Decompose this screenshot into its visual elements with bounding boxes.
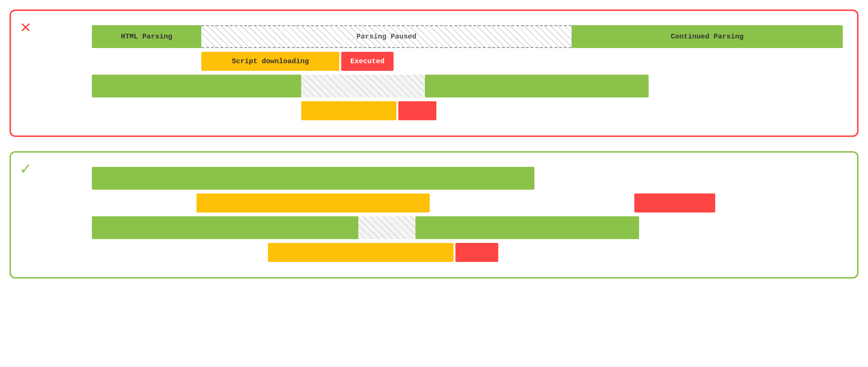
good-hatch-gap [358,216,415,239]
bad-small-orange [301,101,396,120]
bad-icon: ✕ [20,19,31,37]
bad-label-row: Script downloading Executed [201,51,843,72]
good-row1 [92,167,843,190]
good-row2 [92,216,843,239]
good-small-orange [268,243,454,262]
good-long-green [92,167,534,190]
bad-row3 [301,100,843,121]
good-red-label [634,193,715,212]
bad-diagram: HTML Parsing Parsing Paused Continued Pa… [92,25,843,121]
good-green-bar-b [415,216,639,239]
good-diagram-container: ✓ [10,151,858,279]
bad-diagram-container: ✕ HTML Parsing Parsing Paused Continued … [10,10,858,137]
executed-bar: Executed [341,52,394,71]
good-orange-label [197,193,430,212]
bad-hatch-gap [301,75,425,97]
continued-parsing-bar: Continued Parsing [572,25,843,48]
bad-small-red [398,101,436,120]
bad-green-bar2 [425,75,649,97]
bad-row2 [92,75,843,97]
good-small-red [455,243,498,262]
good-icon: ✓ [20,161,31,178]
html-parsing-bar: HTML Parsing [92,25,201,48]
parsing-paused-bar: Parsing Paused [201,25,572,48]
good-label-row [197,193,843,213]
good-row3 [268,242,843,263]
good-green-bar-a [92,216,358,239]
good-diagram [92,167,843,263]
bad-green-bar1 [92,75,301,97]
script-downloading-bar: Script downloading [201,52,339,71]
parsing-paused-label: Parsing Paused [356,33,416,41]
bad-row1: HTML Parsing Parsing Paused Continued Pa… [92,25,843,48]
